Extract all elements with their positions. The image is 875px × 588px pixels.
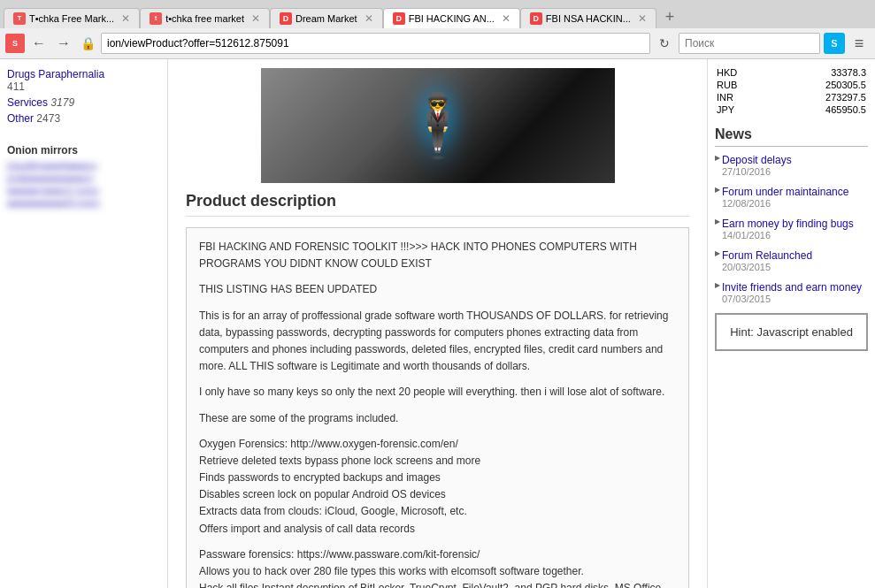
reload-button[interactable]: ↻	[654, 33, 675, 54]
desc-para-2: THIS LISTING HAS BEEN UPDATED	[199, 281, 676, 298]
drugs-link[interactable]: Drugs Paraphernalia	[7, 68, 104, 80]
tab-4-close[interactable]: ✕	[502, 12, 510, 25]
onion-mirrors-section: Onion mirrors lcbydifm●●●4t●●●on jor●●●●…	[0, 137, 167, 210]
news-date-5: 07/03/2015	[722, 294, 868, 304]
currency-row-jpy: JPY 465950.5	[715, 103, 868, 116]
tab-3-label: Dream Market	[296, 13, 357, 24]
new-tab-button[interactable]: +	[656, 5, 684, 28]
currency-value-hkd: 33378.3	[769, 66, 868, 79]
product-area: 🕴 Product description FBI HACKING AND FO…	[168, 59, 707, 588]
right-panel: HKD 33378.3 RUB 250305.5 INR 273297.5 JP…	[707, 59, 875, 588]
tab-2-favicon: t	[150, 12, 162, 25]
tab-5[interactable]: D FBI NSA HACKIN... ✕	[520, 8, 656, 28]
news-item-2: Forum under maintainance 12/08/2016	[715, 186, 868, 209]
tab-3[interactable]: D Dream Market ✕	[270, 8, 383, 28]
tab-2-close[interactable]: ✕	[251, 12, 260, 25]
mirror-3[interactable]: ●●●●●m●●●v2.onion	[0, 185, 167, 197]
news-item-4: Forum Relaunched 20/03/2015	[715, 249, 868, 272]
main-content: 🕴 Product description FBI HACKING AND FO…	[168, 59, 875, 588]
news-item-1: Deposit delays 27/10/2016	[715, 154, 868, 177]
currency-value-jpy: 465950.5	[769, 103, 868, 116]
sidebar-item-drugs[interactable]: Drugs Paraphernalia 411	[0, 66, 167, 95]
news-link-1[interactable]: Deposit delays	[722, 154, 868, 166]
currency-table: HKD 33378.3 RUB 250305.5 INR 273297.5 JP…	[715, 66, 868, 116]
security-icon: 🔒	[78, 34, 97, 53]
address-bar-row: S ← → 🔒 ↻ S ≡	[0, 28, 875, 58]
menu-button[interactable]: ≡	[848, 33, 870, 54]
currency-code-jpy: JPY	[715, 103, 769, 116]
desc-para-7: Passware forensics: https://www.passware…	[199, 546, 676, 588]
tab-5-close[interactable]: ✕	[638, 12, 647, 25]
onion-mirrors-title: Onion mirrors	[0, 137, 167, 160]
tab-1-label: T•chka Free Mark...	[29, 13, 114, 24]
tab-1-favicon: T	[13, 12, 26, 25]
currency-row-hkd: HKD 33378.3	[715, 66, 868, 79]
news-link-5[interactable]: Invite friends and earn money	[722, 281, 868, 294]
news-date-3: 14/01/2016	[722, 230, 868, 241]
sidebar: Drugs Paraphernalia 411 Services 3179 Ot…	[0, 59, 168, 588]
news-item-5: Invite friends and earn money 07/03/2015	[715, 281, 868, 304]
desc-para-4: I only have so many keys so only the nex…	[199, 384, 676, 401]
news-title: News	[715, 126, 868, 147]
news-date-1: 27/10/2016	[722, 166, 868, 177]
product-image-area: 🕴	[168, 59, 707, 192]
address-input[interactable]	[101, 33, 650, 54]
currency-value-inr: 273297.5	[769, 91, 868, 103]
currency-code-hkd: HKD	[715, 66, 769, 79]
tab-3-close[interactable]: ✕	[365, 12, 373, 25]
forward-button[interactable]: →	[53, 33, 74, 54]
news-link-4[interactable]: Forum Relaunched	[722, 249, 868, 262]
services-link[interactable]: Services 3179	[7, 96, 74, 109]
other-count: 2473	[36, 112, 60, 125]
currency-row-inr: INR 273297.5	[715, 91, 868, 103]
desc-para-3: This is for an array of proffessional gr…	[199, 308, 676, 376]
product-description: Product description FBI HACKING AND FORE…	[168, 192, 707, 588]
sidebar-item-services[interactable]: Services 3179	[0, 95, 167, 111]
product-desc-title: Product description	[186, 192, 689, 217]
tab-5-label: FBI NSA HACKIN...	[546, 13, 631, 24]
browser-chrome: T T•chka Free Mark... ✕ t t•chka free ma…	[0, 0, 875, 59]
hint-box: Hint: Javascript enabled	[715, 313, 868, 351]
news-link-3[interactable]: Earn money by finding bugs	[722, 218, 868, 230]
currency-row-rub: RUB 250305.5	[715, 79, 868, 91]
hacker-figure-icon: 🕴	[399, 89, 476, 162]
tab-4[interactable]: D FBI HACKING AN... ✕	[383, 8, 520, 28]
tab-2-label: t•chka free market	[165, 13, 244, 24]
other-link[interactable]: Other 2473	[7, 112, 60, 125]
tab-1-close[interactable]: ✕	[121, 12, 130, 25]
tab-bar: T T•chka Free Mark... ✕ t t•chka free ma…	[0, 0, 875, 28]
mirror-4[interactable]: ●●●●●●●●●●3l.onion	[0, 197, 167, 210]
hint-text: Hint: Javascript enabled	[730, 325, 853, 339]
tab-4-label: FBI HACKING AN...	[409, 13, 495, 24]
desc-para-1: FBI HACKING AND FORENSIC TOOLKIT !!!>>> …	[199, 239, 676, 272]
news-date-4: 20/03/2015	[722, 262, 868, 272]
browser-logo: S	[5, 34, 25, 53]
news-item-3: Earn money by finding bugs 14/01/2016	[715, 218, 868, 241]
news-date-2: 12/08/2016	[722, 198, 868, 209]
tab-3-favicon: D	[280, 12, 292, 25]
back-button[interactable]: ←	[28, 33, 50, 54]
product-image-inner: 🕴	[261, 68, 615, 183]
mirror-1[interactable]: lcbydifm●●●4t●●●on	[0, 160, 167, 172]
desc-para-6: Oxygen Forensics: http://www.oxygen-fore…	[199, 436, 676, 538]
search-input[interactable]	[679, 33, 820, 54]
sidebar-item-other[interactable]: Other 2473	[0, 111, 167, 126]
currency-code-inr: INR	[715, 91, 769, 103]
news-link-2[interactable]: Forum under maintainance	[722, 186, 868, 198]
product-image: 🕴	[261, 68, 615, 183]
tab-1[interactable]: T T•chka Free Mark... ✕	[4, 8, 140, 28]
currency-code-rub: RUB	[715, 79, 769, 91]
mirror-2[interactable]: jor●●●●●●●●●●●on	[0, 172, 167, 185]
desc-box: FBI HACKING AND FORENSIC TOOLKIT !!!>>> …	[186, 227, 689, 588]
skype-button[interactable]: S	[824, 33, 845, 54]
drugs-count: 411	[7, 80, 160, 93]
services-count: 3179	[50, 96, 74, 109]
tab-5-favicon: D	[530, 12, 542, 25]
currency-value-rub: 250305.5	[769, 79, 868, 91]
desc-para-5: These are some of the programs included.	[199, 410, 676, 427]
tab-2[interactable]: t t•chka free market ✕	[140, 8, 270, 28]
tab-4-favicon: D	[393, 12, 405, 25]
page: Drugs Paraphernalia 411 Services 3179 Ot…	[0, 59, 875, 588]
